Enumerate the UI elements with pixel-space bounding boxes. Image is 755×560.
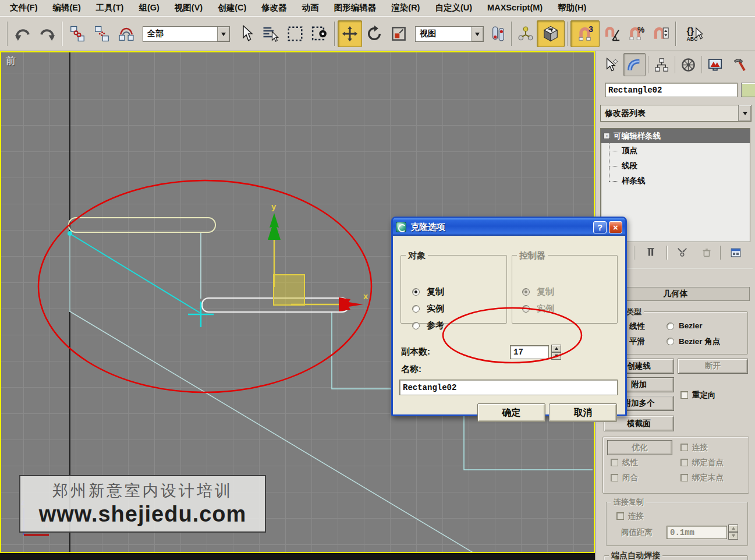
show-end-result-button[interactable] — [643, 245, 658, 260]
tab-utilities[interactable] — [728, 53, 750, 76]
stack-item-label: 样条线 — [622, 176, 646, 186]
transform-gizmo[interactable]: y x — [268, 201, 368, 311]
menu-maxscript[interactable]: MAXScript(M) — [480, 0, 550, 16]
snap-toggle-3d-button[interactable]: 3 — [570, 20, 600, 47]
tab-modify[interactable] — [623, 53, 646, 76]
window-crossing-toggle-button[interactable] — [307, 20, 332, 47]
menu-graph-editors[interactable]: 图形编辑器 — [327, 0, 384, 16]
stack-tools-separator — [720, 246, 721, 260]
select-and-rotate-button[interactable] — [362, 20, 387, 47]
select-and-scale-button[interactable] — [387, 20, 411, 47]
stack-item-editable-spline[interactable]: - 可编辑样条线 — [601, 129, 750, 143]
menu-group[interactable]: 组(G) — [131, 0, 166, 16]
percent-snap-toggle-button[interactable]: % — [624, 20, 648, 47]
spinner-up-icon[interactable] — [551, 345, 561, 352]
radio-bezier-corner[interactable] — [667, 338, 674, 345]
gizmo-y-arrowhead[interactable] — [268, 213, 281, 240]
help-button[interactable]: ? — [593, 221, 607, 233]
selection-filter-dropdown[interactable]: 全部 — [143, 26, 230, 42]
gizmo-xy-plane-handle[interactable] — [274, 275, 304, 305]
object-reference-radio[interactable] — [412, 322, 420, 329]
spline-vertex-dot[interactable] — [68, 231, 72, 236]
dropdown-arrow-icon[interactable] — [471, 27, 483, 41]
object-group-legend: 对象 — [406, 250, 428, 261]
make-unique-button[interactable] — [675, 245, 690, 260]
radio-bezier[interactable] — [667, 322, 674, 330]
dropdown-arrow-icon[interactable] — [738, 105, 751, 121]
menu-file[interactable]: 文件(F) — [2, 0, 45, 16]
copies-label: 副本数: — [401, 346, 430, 357]
gizmo-x-arrowhead[interactable] — [339, 297, 363, 311]
bottom-edge — [0, 553, 595, 560]
copies-field[interactable]: 17 — [510, 345, 549, 359]
closed-checkbox — [611, 474, 618, 481]
clone-options-dialog: 克隆选项 ? × 对象 复制 实例 参考 控制器 复制 实例 副本数: — [391, 217, 627, 416]
tab-display[interactable] — [704, 53, 726, 76]
select-by-name-button[interactable] — [258, 20, 283, 47]
tab-motion[interactable] — [677, 53, 699, 76]
select-and-link-button[interactable] — [65, 20, 90, 47]
copies-spinner[interactable] — [551, 345, 561, 360]
close-button[interactable]: × — [609, 221, 622, 233]
reorient-checkbox[interactable] — [680, 391, 688, 399]
collapse-icon[interactable]: - — [604, 133, 610, 139]
object-instance-radio[interactable] — [412, 305, 420, 313]
rectangular-selection-region-button[interactable] — [283, 20, 307, 47]
keyboard-shortcut-override-button[interactable] — [537, 20, 565, 47]
menu-help[interactable]: 帮助(H) — [550, 0, 594, 16]
spinner-down-icon[interactable] — [551, 352, 561, 360]
menu-edit[interactable]: 编辑(E) — [45, 0, 88, 16]
unlink-selection-button[interactable] — [90, 20, 114, 47]
stack-item-segment[interactable]: 线段 — [601, 158, 750, 173]
viewport-label[interactable]: 前 — [6, 54, 16, 68]
bind-first-checkbox — [680, 459, 688, 466]
gizmo-x-label: x — [363, 291, 368, 301]
clone-name-field[interactable] — [399, 380, 618, 395]
tab-hierarchy[interactable] — [650, 53, 672, 76]
object-copy-label: 复制 — [427, 286, 444, 297]
redo-icon — [38, 25, 56, 42]
menu-animation[interactable]: 动画 — [295, 0, 327, 16]
configure-modifier-sets-button[interactable] — [728, 245, 743, 260]
object-color-swatch[interactable] — [741, 83, 755, 97]
select-object-button[interactable] — [234, 20, 258, 47]
cancel-button[interactable]: 取消 — [549, 403, 617, 422]
undo-button[interactable] — [10, 20, 35, 47]
linear-label: 线性 — [622, 458, 638, 468]
object-copy-radio[interactable] — [412, 288, 420, 296]
tab-create[interactable] — [600, 53, 622, 76]
stack-item-vertex[interactable]: 顶点 — [601, 143, 750, 158]
ok-button[interactable]: 确定 — [477, 403, 545, 422]
clone-drag-line — [70, 234, 200, 313]
magnet-3d-icon: 3 — [576, 25, 594, 42]
display-icon — [707, 57, 723, 73]
rounded-rect-spline-top[interactable] — [69, 218, 215, 232]
spinner-snap-toggle-button[interactable] — [648, 20, 673, 47]
select-arrow-icon — [238, 25, 255, 42]
connect-copy-legend: 连接复制 — [611, 497, 646, 508]
dropdown-arrow-icon[interactable] — [217, 27, 229, 41]
modifier-list-dropdown[interactable]: 修改器列表 — [600, 105, 752, 122]
angle-snap-toggle-button[interactable] — [600, 20, 624, 47]
stack-item-spline[interactable]: 样条线 — [601, 173, 750, 189]
menu-tools[interactable]: 工具(T) — [88, 0, 132, 16]
attach-label: 附加 — [631, 380, 647, 390]
menu-customize[interactable]: 自定义(U) — [427, 0, 480, 16]
use-pivot-point-center-button[interactable] — [488, 20, 509, 47]
gizmo-y-label: y — [271, 201, 277, 211]
menu-rendering[interactable]: 渲染(R) — [384, 0, 427, 16]
object-name-field[interactable] — [605, 83, 738, 97]
watermark: 郑州新意室内设计培训 www.shejiedu.com — [19, 475, 266, 533]
named-selection-sets-button[interactable]: {}ABC — [679, 20, 709, 47]
dialog-titlebar[interactable]: 克隆选项 ? × — [393, 218, 625, 236]
cancel-label: 取消 — [574, 407, 593, 419]
select-and-move-button[interactable] — [338, 20, 362, 47]
menu-views[interactable]: 视图(V) — [167, 0, 210, 16]
reference-coordinate-dropdown[interactable]: 视图 — [415, 26, 484, 42]
redo-button[interactable] — [35, 20, 59, 47]
bind-to-space-warp-button[interactable] — [114, 20, 139, 47]
object-instance-label: 实例 — [427, 303, 444, 314]
menu-create[interactable]: 创建(C) — [210, 0, 254, 16]
menu-modifiers[interactable]: 修改器 — [254, 0, 295, 16]
select-and-manipulate-button[interactable] — [515, 20, 537, 47]
